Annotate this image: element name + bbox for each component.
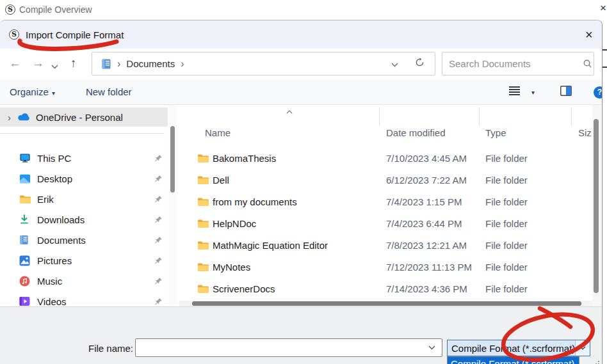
file-row[interactable]: HelpNDoc7/4/2023 6:44 PMFile folder xyxy=(179,212,592,234)
file-type-filter-chevron-icon[interactable] xyxy=(575,340,590,356)
breadcrumb-separator: › xyxy=(117,58,120,70)
expander-chevron-icon[interactable]: › xyxy=(8,112,11,123)
folder-icon xyxy=(197,241,209,250)
view-options-caret-icon[interactable]: ▾ xyxy=(531,89,535,96)
file-type-filter-combo[interactable]: Compile Format (*.scrformat) xyxy=(447,340,590,356)
file-name-chevron-icon[interactable] xyxy=(428,345,435,350)
preview-pane-icon[interactable] xyxy=(560,86,572,99)
column-header-size[interactable]: Size xyxy=(578,127,591,138)
folder-icon xyxy=(197,197,209,207)
sidebar-item-label: Downloads xyxy=(37,214,85,225)
location-document-icon xyxy=(101,59,111,69)
file-list-scrollbar-thumb[interactable] xyxy=(594,119,599,293)
file-row[interactable]: Dell6/12/2023 7:22 AMFile folder xyxy=(179,169,592,191)
pin-icon[interactable] xyxy=(154,175,163,183)
breadcrumb-separator[interactable]: › xyxy=(181,58,184,70)
sidebar-item-desktop[interactable]: Desktop xyxy=(0,168,168,189)
refresh-icon[interactable] xyxy=(415,58,425,70)
search-icon[interactable] xyxy=(583,59,592,68)
column-divider[interactable] xyxy=(379,107,380,126)
file-row[interactable]: MathMagic Equation Editor7/8/2023 12:21 … xyxy=(179,234,592,256)
file-row[interactable]: MyNotes7/12/2023 11:13 PMFile folder xyxy=(179,256,592,278)
file-row[interactable]: from my documents7/4/2023 1:15 PMFile fo… xyxy=(179,191,592,212)
file-name-cell: Dell xyxy=(213,175,229,186)
sidebar-item-label: Music xyxy=(37,276,62,287)
sidebar-item-label: Documents xyxy=(37,235,86,246)
history-chevron-icon[interactable] xyxy=(51,60,58,72)
sidebar-item-label: This PC xyxy=(37,153,71,164)
pin-icon[interactable] xyxy=(154,297,163,306)
pin-icon[interactable] xyxy=(154,154,163,162)
sidebar-item-erik[interactable]: Erik xyxy=(0,189,168,209)
column-divider[interactable] xyxy=(479,107,480,126)
pin-icon[interactable] xyxy=(154,257,163,265)
type-cell: File folder xyxy=(485,196,528,207)
file-row[interactable]: ScrivenerDocs7/14/2023 4:36 PMFile folde… xyxy=(179,278,592,299)
type-cell: File folder xyxy=(485,240,528,251)
column-divider[interactable] xyxy=(571,107,572,126)
sidebar-item-label: Desktop xyxy=(37,173,72,184)
file-name-cell: MathMagic Equation Editor xyxy=(213,240,328,251)
sidebar-item-this-pc[interactable]: This PC xyxy=(0,148,168,168)
window-close-icon[interactable]: × xyxy=(600,2,607,15)
import-compile-format-dialog: S Import Compile Format × ← → ↑ › Docume… xyxy=(0,20,603,364)
sidebar-item-pictures[interactable]: Pictures xyxy=(0,250,168,271)
places-sidebar: › OneDrive - Personal This PCDesktopErik… xyxy=(0,105,168,306)
folder-icon xyxy=(197,219,209,228)
up-icon[interactable]: ↑ xyxy=(70,56,77,70)
folder-icon xyxy=(197,262,209,272)
date-modified-cell: 7/12/2023 11:13 PM xyxy=(386,262,472,273)
file-name-input[interactable] xyxy=(136,342,428,353)
date-modified-cell: 7/14/2023 4:36 PM xyxy=(386,283,467,294)
search-input[interactable] xyxy=(442,58,583,69)
file-type-filter-option[interactable]: Compile Format (*.scrformat) xyxy=(448,357,579,364)
pin-icon[interactable] xyxy=(154,216,163,224)
type-cell: File folder xyxy=(485,175,528,186)
dialog-close-icon[interactable]: × xyxy=(581,26,597,44)
breadcrumb-documents[interactable]: Documents xyxy=(126,58,175,69)
file-row[interactable]: BakomaThesis7/10/2023 4:45 AMFile folder xyxy=(179,147,592,169)
sidebar-item-downloads[interactable]: Downloads xyxy=(0,209,168,230)
file-list-hscrollbar-thumb[interactable] xyxy=(192,301,581,306)
folder-icon xyxy=(19,194,32,204)
folder-icon xyxy=(197,154,209,163)
forward-icon[interactable]: → xyxy=(32,56,44,70)
sidebar-item-label: OneDrive - Personal xyxy=(36,112,123,123)
organize-button[interactable]: Organize▾ xyxy=(10,86,55,97)
file-list-body: BakomaThesis7/10/2023 4:45 AMFile folder… xyxy=(179,147,592,306)
videos-icon xyxy=(19,296,32,306)
address-bar[interactable]: › Documents › xyxy=(92,52,435,75)
sidebar-item-label: Pictures xyxy=(37,255,72,266)
sidebar-item-documents[interactable]: Documents xyxy=(0,230,168,250)
navigation-bar: ← → ↑ › Documents › xyxy=(0,49,603,79)
column-header-type[interactable]: Type xyxy=(485,127,506,138)
back-icon[interactable]: ← xyxy=(9,56,21,70)
sidebar-divider xyxy=(0,133,164,134)
scrivener-app-icon: S xyxy=(5,4,15,15)
file-list: Name Date modified Type Size BakomaThesi… xyxy=(179,105,592,306)
column-header-date-modified[interactable]: Date modified xyxy=(386,127,446,138)
background-window-title: Compile Overview xyxy=(19,4,92,15)
file-name-label: File name: xyxy=(76,343,133,354)
sidebar-item-onedrive[interactable]: › OneDrive - Personal xyxy=(0,107,168,127)
background-scroll-mark xyxy=(603,49,607,51)
sidebar-scrollbar-thumb[interactable] xyxy=(170,126,175,193)
sidebar-item-label: Videos xyxy=(37,296,67,307)
sidebar-item-videos[interactable]: Videos xyxy=(0,291,168,306)
pin-icon[interactable] xyxy=(154,236,163,244)
list-view-icon[interactable] xyxy=(509,86,520,98)
address-dropdown-chevron-icon[interactable] xyxy=(391,58,398,70)
sidebar-items: This PCDesktopErikDownloadsDocumentsPict… xyxy=(0,148,168,306)
pictures-icon xyxy=(19,255,32,266)
sidebar-item-music[interactable]: Music xyxy=(0,271,168,291)
file-name-cell: from my documents xyxy=(213,196,297,207)
pin-icon[interactable] xyxy=(154,195,163,203)
new-folder-button[interactable]: New folder xyxy=(86,86,132,97)
help-button[interactable]: ? xyxy=(594,86,603,99)
resize-grip[interactable] xyxy=(593,356,601,363)
pin-icon[interactable] xyxy=(154,277,163,285)
file-type-filter-dropdown: Compile Format (*.scrformat) xyxy=(447,356,579,364)
column-header-name[interactable]: Name xyxy=(205,127,231,138)
date-modified-cell: 7/8/2023 12:21 AM xyxy=(386,240,467,251)
folder-icon xyxy=(197,175,209,185)
